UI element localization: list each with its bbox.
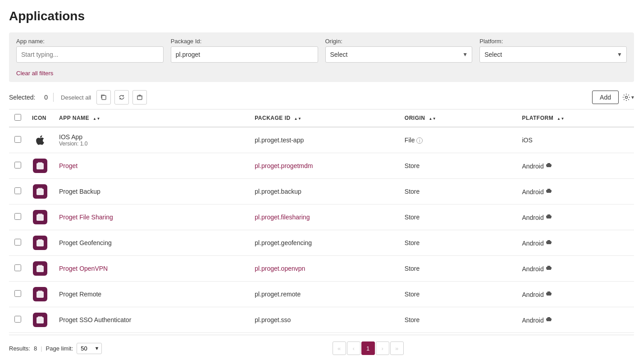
origin-text: Store	[405, 291, 420, 298]
app-name-link[interactable]: Proget OpenVPN	[59, 265, 108, 272]
android-app-icon-img	[33, 287, 47, 301]
row-checkbox[interactable]	[14, 290, 21, 297]
svg-rect-13	[551, 164, 552, 166]
page-limit-label: Page limit:	[46, 345, 73, 352]
app-name-text: IOS App	[59, 133, 82, 141]
clear-filters-button[interactable]: Clear all filters	[16, 70, 53, 77]
deselect-all-button[interactable]: Deselect all	[59, 94, 93, 101]
delete-button[interactable]	[132, 90, 147, 105]
filter-bar: App name: Package Id: Origin: Select Fil…	[9, 32, 634, 82]
svg-rect-10	[547, 164, 551, 167]
copy-button[interactable]	[96, 90, 111, 105]
pagination-next[interactable]: ›	[376, 341, 389, 355]
table-row: Proget SSO Authenticatorpl.proget.ssoSto…	[9, 307, 634, 333]
app-name-link[interactable]: Proget	[59, 162, 78, 169]
select-all-checkbox[interactable]	[14, 114, 21, 121]
pagination-last[interactable]: »	[390, 341, 404, 355]
svg-rect-46	[547, 291, 550, 293]
origin-text: Store	[405, 162, 420, 169]
col-header-package-id[interactable]: PACKAGE ID ▲▼	[249, 109, 399, 127]
page-limit-select[interactable]: 10 25 50 100	[77, 343, 102, 354]
origin-label: Origin:	[325, 38, 473, 45]
copy-icon	[100, 94, 107, 100]
android-app-icon-img	[33, 184, 47, 199]
svg-rect-24	[547, 215, 551, 218]
info-icon[interactable]: i	[416, 137, 423, 144]
add-button[interactable]: Add	[592, 91, 619, 104]
package-id-link[interactable]: pl.proget.filesharing	[255, 214, 310, 221]
row-checkbox[interactable]	[14, 187, 21, 194]
svg-rect-23	[38, 214, 42, 215]
android-app-icon	[32, 209, 48, 225]
origin-select[interactable]: Select File Store	[325, 46, 473, 63]
android-app-icon-img	[33, 236, 47, 250]
package-id-link[interactable]: pl.proget.openvpn	[255, 265, 305, 272]
origin-text: Store	[405, 188, 420, 195]
app-version: Version: 1.0	[59, 141, 244, 147]
app-name-text: Proget Geofencing	[59, 239, 112, 246]
origin-text: Store	[405, 265, 420, 272]
settings-chevron: ▾	[631, 94, 634, 100]
app-name-input[interactable]	[16, 46, 164, 63]
table-row: Proget Remotepl.proget.remoteStoreAndroi…	[9, 282, 634, 307]
selected-label: Selected:	[9, 94, 35, 101]
platform-label: Platform:	[479, 38, 627, 45]
results-label: Results:	[9, 345, 30, 352]
origin-select-wrapper: Select File Store ▼	[325, 46, 473, 63]
android-platform-icon	[546, 214, 552, 220]
row-checkbox[interactable]	[14, 264, 21, 271]
svg-rect-27	[551, 216, 552, 218]
app-name-label: App name:	[16, 38, 164, 45]
col-header-app-name[interactable]: APP NAME ▲▼	[54, 109, 249, 127]
table-row: Progetpl.proget.progetmdmStoreAndroid	[9, 153, 634, 179]
table-row: Proget Backuppl.proget.backupStoreAndroi…	[9, 179, 634, 205]
app-name-text: Proget Backup	[59, 188, 100, 195]
select-all-header[interactable]	[9, 109, 27, 127]
refresh-icon	[119, 94, 125, 100]
svg-rect-11	[547, 163, 550, 164]
settings-button[interactable]: ▾	[622, 93, 634, 101]
android-platform-icon	[546, 265, 552, 271]
package-id-filter-group: Package Id:	[171, 38, 318, 63]
pagination-first[interactable]: «	[333, 341, 346, 355]
gear-icon	[622, 93, 630, 101]
svg-rect-31	[547, 241, 551, 244]
app-name-link[interactable]: Proget File Sharing	[59, 214, 113, 221]
toolbar-right: Add ▾	[592, 91, 634, 104]
app-name-filter-group: App name:	[16, 38, 164, 63]
android-icon	[546, 188, 552, 196]
android-app-icon-img	[33, 210, 47, 224]
row-checkbox[interactable]	[14, 136, 21, 143]
package-id-sort-icon: ▲▼	[294, 117, 302, 121]
package-id-link[interactable]: pl.proget.progetmdm	[255, 162, 313, 169]
svg-rect-20	[551, 190, 552, 192]
svg-rect-44	[38, 291, 42, 292]
row-checkbox[interactable]	[14, 162, 21, 168]
footer-divider: |	[41, 345, 42, 352]
android-app-icon	[32, 235, 48, 251]
package-id-label: Package Id:	[171, 38, 318, 45]
platform-text: Android	[522, 291, 543, 298]
pagination-page-1[interactable]: 1	[361, 341, 375, 355]
refresh-button[interactable]	[114, 90, 129, 105]
row-checkbox[interactable]	[14, 213, 21, 220]
origin-text: File	[405, 136, 415, 144]
row-checkbox[interactable]	[14, 316, 21, 323]
platform-sort-icon: ▲▼	[557, 117, 565, 121]
platform-select-wrapper: Select iOS Android ▼	[479, 46, 627, 63]
android-app-icon	[32, 286, 48, 302]
svg-rect-8	[36, 163, 44, 169]
platform-text: Android	[522, 163, 543, 170]
col-header-platform[interactable]: PLATFORM ▲▼	[516, 109, 634, 127]
toolbar-divider	[53, 93, 54, 102]
android-icon	[546, 214, 552, 221]
svg-rect-18	[547, 189, 550, 190]
package-id-text: pl.proget.geofencing	[255, 239, 312, 246]
platform-select[interactable]: Select iOS Android	[479, 46, 627, 63]
row-checkbox[interactable]	[14, 239, 21, 246]
package-id-input[interactable]	[171, 46, 318, 63]
svg-rect-17	[547, 190, 551, 193]
pagination-prev[interactable]: ‹	[347, 341, 360, 355]
svg-rect-47	[546, 293, 547, 295]
col-header-origin[interactable]: ORIGIN ▲▼	[399, 109, 517, 127]
